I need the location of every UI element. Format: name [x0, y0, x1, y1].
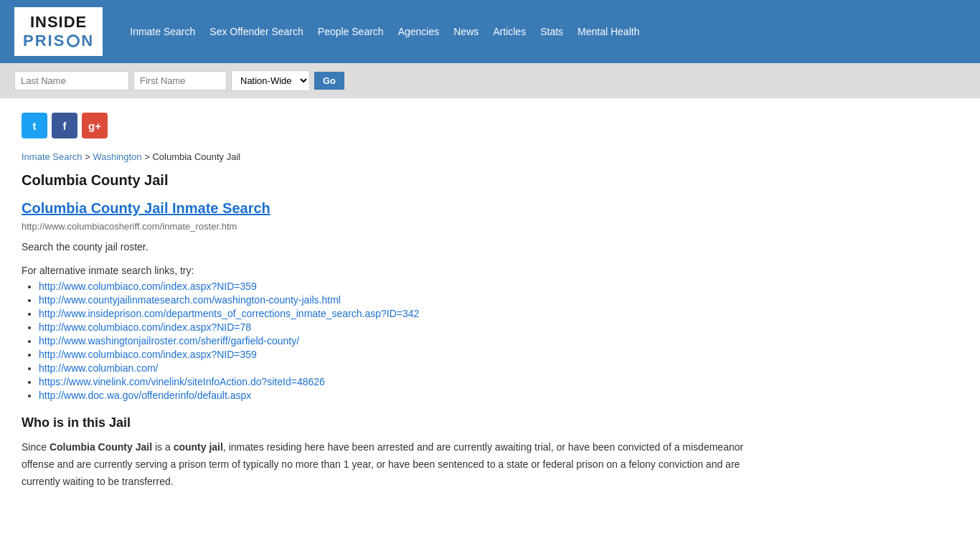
list-item: http://www.columbiaco.com/index.aspx?NID…	[39, 349, 768, 360]
google-plus-icon[interactable]: g+	[82, 113, 108, 138]
page-title: Columbia County Jail	[22, 172, 768, 189]
breadcrumb-sep-2: >	[144, 151, 152, 162]
twitter-icon[interactable]: t	[22, 113, 47, 138]
breadcrumb-sep-1: >	[85, 151, 93, 162]
alt-link[interactable]: http://www.insideprison.com/departments_…	[39, 308, 419, 319]
nav-item-sex-offender-search[interactable]: Sex Offender Search	[204, 23, 308, 40]
nav-item-news[interactable]: News	[448, 23, 484, 40]
facebook-icon[interactable]: f	[52, 113, 77, 138]
logo-prison-text: PRISN	[23, 32, 94, 50]
google-label: g+	[88, 120, 101, 132]
description-text: Search the county jail roster.	[22, 239, 768, 255]
list-item: http://www.washingtonjailroster.com/sher…	[39, 335, 768, 347]
list-item: http://www.doc.wa.gov/offenderinfo/defau…	[39, 390, 768, 401]
search-bar: Nation-Wide Go	[0, 63, 980, 98]
last-name-input[interactable]	[14, 71, 129, 90]
social-icons: t f g+	[22, 113, 768, 138]
list-item: http://www.columbian.com/	[39, 362, 768, 374]
breadcrumb-washington[interactable]: Washington	[93, 151, 141, 162]
nav-item-stats[interactable]: Stats	[534, 23, 569, 40]
alt-link[interactable]: http://www.columbiaco.com/index.aspx?NID…	[39, 349, 257, 360]
list-item: http://www.insideprison.com/departments_…	[39, 308, 768, 319]
main-link-url: http://www.columbiacosheriff.com/inmate_…	[22, 221, 768, 232]
logo-prison-post: N	[81, 32, 94, 50]
twitter-label: t	[33, 120, 37, 132]
breadcrumb-current: Columbia County Jail	[152, 151, 240, 162]
list-item: http://www.columbiaco.com/index.aspx?NID…	[39, 321, 768, 333]
site-header: INSIDE PRISN Inmate SearchSex Offender S…	[0, 0, 980, 63]
first-name-input[interactable]	[133, 71, 227, 90]
alt-link[interactable]: https://www.vinelink.com/vinelink/siteIn…	[39, 376, 325, 387]
scope-select[interactable]: Nation-Wide	[231, 70, 310, 91]
main-nav: Inmate SearchSex Offender SearchPeople S…	[124, 23, 645, 40]
nav-item-inmate-search[interactable]: Inmate Search	[124, 23, 201, 40]
list-item: http://www.countyjailinmatesearch.com/wa…	[39, 294, 768, 306]
alt-link[interactable]: http://www.columbiaco.com/index.aspx?NID…	[39, 281, 257, 292]
breadcrumb-inmate-search[interactable]: Inmate Search	[22, 151, 83, 162]
alt-link[interactable]: http://www.washingtonjailroster.com/sher…	[39, 335, 299, 347]
list-item: http://www.columbiaco.com/index.aspx?NID…	[39, 281, 768, 292]
who-in-jail-text: Since Columbia County Jail is a county j…	[22, 439, 768, 490]
alt-link[interactable]: http://www.columbian.com/	[39, 362, 159, 374]
logo-inside-text: INSIDE	[30, 13, 87, 32]
alt-links-intro: For alternative inmate search links, try…	[22, 265, 768, 276]
alt-links-list: http://www.columbiaco.com/index.aspx?NID…	[39, 281, 768, 401]
facebook-label: f	[63, 120, 67, 132]
who-in-jail-title: Who is in this Jail	[22, 415, 768, 430]
main-link-anchor[interactable]: Columbia County Jail Inmate Search	[22, 200, 270, 216]
alt-link[interactable]: http://www.doc.wa.gov/offenderinfo/defau…	[39, 390, 251, 401]
logo-o-icon	[67, 34, 80, 47]
alt-link[interactable]: http://www.countyjailinmatesearch.com/wa…	[39, 294, 341, 306]
go-button[interactable]: Go	[314, 72, 344, 90]
main-link-heading: Columbia County Jail Inmate Search	[22, 200, 768, 217]
nav-item-mental-health[interactable]: Mental Health	[572, 23, 645, 40]
main-content: t f g+ Inmate Search > Washington > Colu…	[0, 98, 789, 505]
list-item: https://www.vinelink.com/vinelink/siteIn…	[39, 376, 768, 387]
site-logo[interactable]: INSIDE PRISN	[14, 7, 103, 56]
alt-link[interactable]: http://www.columbiaco.com/index.aspx?NID…	[39, 321, 251, 333]
nav-item-agencies[interactable]: Agencies	[392, 23, 446, 40]
nav-item-people-search[interactable]: People Search	[312, 23, 390, 40]
nav-item-articles[interactable]: Articles	[487, 23, 532, 40]
logo-prison-pre: PRIS	[23, 32, 65, 50]
breadcrumb: Inmate Search > Washington > Columbia Co…	[22, 151, 768, 162]
